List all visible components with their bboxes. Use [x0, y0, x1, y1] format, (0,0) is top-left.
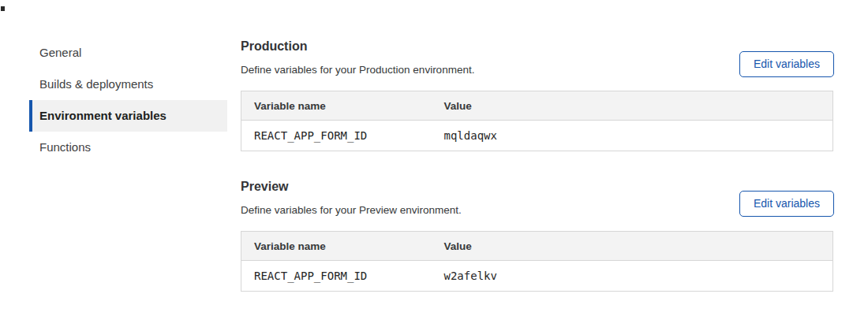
preview-variables-table: Variable name Value REACT_APP_FORM_ID w2…	[241, 231, 833, 292]
column-header-value: Value	[432, 91, 833, 121]
variable-name-cell: REACT_APP_FORM_ID	[241, 121, 432, 151]
table-header-row: Variable name Value	[241, 232, 833, 261]
table-header-row: Variable name Value	[241, 91, 833, 121]
column-header-value: Value	[432, 232, 833, 261]
table-row: REACT_APP_FORM_ID mqldaqwx	[241, 121, 833, 151]
column-header-variable-name: Variable name	[241, 91, 432, 121]
table-row: REACT_APP_FORM_ID w2afelkv	[241, 261, 833, 292]
production-section-description: Define variables for your Production env…	[241, 64, 474, 76]
screen-corner-artifact	[1, 6, 5, 11]
settings-sidebar: General Builds & deployments Environment…	[0, 37, 229, 163]
production-section-title: Production	[241, 39, 307, 54]
production-variables-table: Variable name Value REACT_APP_FORM_ID mq…	[241, 91, 833, 151]
variable-value-cell: w2afelkv	[432, 261, 833, 292]
sidebar-item-environment-variables[interactable]: Environment variables	[29, 100, 227, 132]
variable-name-cell: REACT_APP_FORM_ID	[241, 261, 432, 292]
main-content: Production Define variables for your Pro…	[241, 0, 834, 331]
preview-section-title: Preview	[241, 179, 288, 194]
environment-variables-settings-page: General Builds & deployments Environment…	[0, 0, 868, 331]
preview-section-description: Define variables for your Preview enviro…	[241, 204, 462, 217]
column-header-variable-name: Variable name	[241, 232, 432, 261]
edit-variables-button-production[interactable]: Edit variables	[739, 51, 834, 77]
sidebar-item-functions[interactable]: Functions	[29, 132, 227, 163]
variable-value-cell: mqldaqwx	[432, 121, 833, 151]
sidebar-item-general[interactable]: General	[29, 37, 227, 69]
sidebar-item-builds-deployments[interactable]: Builds & deployments	[29, 69, 227, 100]
edit-variables-button-preview[interactable]: Edit variables	[739, 191, 834, 217]
